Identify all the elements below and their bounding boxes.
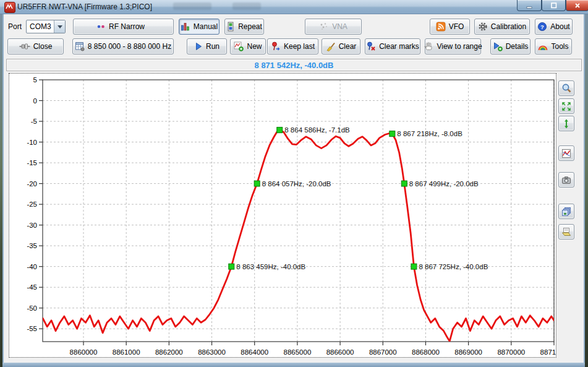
plug-icon (19, 42, 30, 51)
x-axis-tick-label: 8861000 (113, 348, 140, 356)
details-button[interactable]: Details (490, 38, 530, 54)
graph-settings-icon (561, 149, 571, 158)
details-label: Details (506, 42, 529, 51)
print-icon (561, 227, 571, 237)
marker[interactable]: 8 867 725Hz, -40.0dB (411, 263, 488, 270)
zoom-button[interactable] (558, 80, 574, 96)
x-axis-tick-label: 8868000 (412, 348, 440, 356)
maximize-button[interactable] (542, 0, 566, 11)
rf-narrow-label: RF Narrow (109, 22, 145, 31)
y-axis-tick-label: -10 (27, 139, 37, 146)
sweep-plot-panel[interactable]: 8860000886100088620008863000886400088650… (9, 73, 556, 358)
y-axis-tick-label: -35 (27, 242, 37, 249)
x-axis-tick-label: 8862000 (155, 348, 183, 356)
sweep-trace (43, 130, 554, 341)
view-to-range-label: View to range (437, 42, 482, 51)
y-axis-tick-label: 5 (33, 76, 37, 84)
frequency-range-button[interactable]: 8 850 000 - 8 880 000 Hz (72, 38, 174, 54)
y-axis-tick-label: 0 (33, 97, 37, 105)
vfo-button[interactable]: VFO (430, 19, 470, 35)
marker[interactable]: 8 863 459Hz, -40.0dB (229, 263, 306, 270)
status-readout-bar: 8 871 542Hz, -40.0dB (6, 59, 582, 71)
rf-narrow-icon (96, 22, 106, 32)
question-mark-icon: ? (537, 22, 547, 32)
x-axis-tick-label: 8863000 (198, 348, 226, 356)
bar-chart-icon (181, 22, 190, 32)
marker[interactable]: 8 864 586Hz, -7.1dB (277, 126, 350, 134)
vfo-icon (436, 22, 446, 32)
new-chart-icon (234, 41, 244, 51)
marker[interactable]: 8 864 057Hz, -20.0dB (254, 180, 331, 188)
close-port-button[interactable]: Close (7, 38, 64, 54)
table-settings-icon (75, 41, 85, 51)
x-axis-tick-label: 8867000 (369, 348, 397, 356)
vfo-label: VFO (449, 22, 464, 31)
titlebar-ghost-smudge (232, 2, 261, 10)
vna-button: VNA (305, 19, 362, 35)
save-copies-button[interactable] (558, 204, 574, 219)
minimize-button[interactable] (517, 0, 542, 11)
x-axis-tick-label: 8864000 (241, 348, 268, 356)
maximize-icon (550, 2, 558, 9)
clear-button[interactable]: Clear (322, 38, 360, 54)
vna-icon (319, 22, 329, 32)
close-window-button[interactable] (566, 0, 588, 11)
x-axis-tick-label: 8871000 (540, 348, 556, 356)
y-axis-tick-label: -30 (27, 222, 37, 229)
details-icon (493, 41, 503, 51)
x-axis-tick-label: 8869000 (454, 348, 482, 356)
about-label: About (550, 22, 569, 31)
window-title: UR5FFR NWT-VNA [Firmware 1.3;PICO] (17, 0, 152, 14)
vna-label: VNA (332, 22, 347, 31)
x-axis-tick-label: 8865000 (284, 348, 312, 356)
run-button[interactable]: Run (187, 38, 227, 54)
expand-arrows-icon (561, 101, 571, 111)
fit-vertical-button[interactable] (558, 116, 574, 131)
svg-text:?: ? (540, 24, 544, 30)
y-axis-tick-label: -20 (27, 180, 37, 188)
print-button[interactable] (558, 224, 574, 240)
about-button[interactable]: ? About (535, 19, 573, 35)
clear-marks-button[interactable]: Clear marks (365, 38, 420, 54)
tools-label: Tools (551, 42, 568, 51)
calibration-button[interactable]: Calibration (474, 19, 530, 35)
port-combobox-dropdown[interactable] (54, 20, 65, 33)
port-combobox[interactable]: COM3 (26, 20, 66, 33)
marker-label: 8 867 218Hz, -8.0dB (397, 130, 462, 137)
new-button[interactable]: New (230, 38, 266, 54)
fit-all-button[interactable] (558, 98, 574, 114)
y-axis-tick-label: -45 (27, 283, 37, 291)
play-icon (194, 42, 203, 51)
y-axis-tick-label: -5 (31, 118, 37, 125)
titlebar[interactable]: UR5FFR NWT-VNA [Firmware 1.3;PICO] (0, 0, 588, 14)
y-axis-tick-label: -55 (27, 325, 37, 332)
app-icon (4, 2, 15, 13)
brush-icon (326, 41, 336, 51)
titlebar-ghost-smudge (173, 2, 211, 10)
film-strip-icon (226, 22, 235, 32)
repeat-button[interactable]: Repeat (224, 19, 264, 35)
response-plot[interactable]: 8860000886100088620008863000886400088650… (9, 74, 556, 357)
clear-marks-label: Clear marks (379, 42, 419, 51)
marker-label: 8 864 586Hz, -7.1dB (284, 126, 350, 134)
x-axis-tick-label: 8870000 (497, 348, 525, 356)
manual-button[interactable]: Manual (179, 19, 219, 35)
y-axis-tick-label: -15 (27, 159, 37, 166)
x-axis-tick-label: 8860000 (70, 348, 98, 356)
gear-icon (478, 22, 488, 32)
view-to-range-button[interactable]: View to range (425, 38, 481, 54)
y-axis-tick-label: -25 (27, 201, 37, 208)
graph-settings-button[interactable] (558, 145, 574, 161)
tools-button[interactable]: Tools (535, 38, 572, 54)
pin-delete-icon (366, 41, 376, 51)
port-label: Port (8, 19, 22, 35)
rainbow-icon (538, 42, 548, 51)
screenshot-button[interactable] (558, 172, 574, 188)
rf-narrow-button[interactable]: RF Narrow (73, 19, 174, 35)
magnifier-icon (561, 83, 572, 93)
marker[interactable]: 8 867 499Hz, -20.0dB (401, 180, 479, 188)
keep-last-button[interactable]: Keep last (267, 38, 318, 54)
close-icon (574, 2, 581, 9)
marker[interactable]: 8 867 218Hz, -8.0dB (390, 130, 462, 137)
repeat-label: Repeat (238, 22, 262, 31)
